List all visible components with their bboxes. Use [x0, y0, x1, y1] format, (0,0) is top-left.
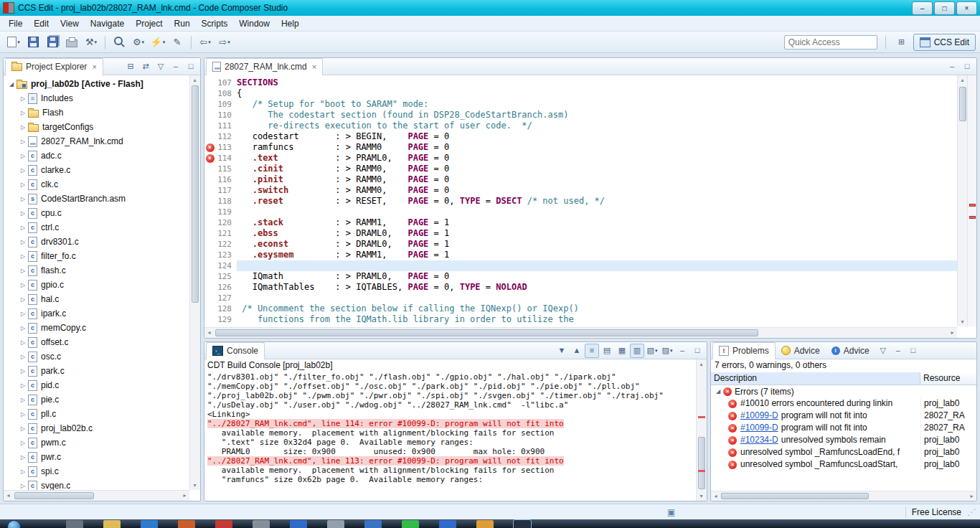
search-button[interactable]: [110, 34, 128, 50]
pin-console-button[interactable]: ▥: [630, 344, 644, 358]
editor-line[interactable]: 116 .pinit : > RAMM0, PAGE = 0: [204, 174, 957, 185]
menu-window[interactable]: Window: [233, 17, 275, 30]
taskbar-app-icon[interactable]: [253, 520, 270, 528]
console-vertical-scrollbar[interactable]: ▴ ▾: [696, 359, 707, 501]
print-button[interactable]: [62, 34, 81, 50]
start-button[interactable]: [7, 520, 21, 528]
expander-icon[interactable]: ▷: [18, 483, 28, 489]
editor-line[interactable]: 117 .switch : > RAMM0, PAGE = 0: [204, 185, 957, 196]
menu-scripts[interactable]: Scripts: [196, 17, 234, 30]
problem-row[interactable]: ×unresolved symbol _RamfuncsLoadStart,pr…: [711, 458, 976, 471]
overview-error-mark[interactable]: [969, 216, 976, 219]
tree-item-flash[interactable]: ▷Flash: [4, 105, 189, 120]
tree-item-park-c[interactable]: ▷cpark.c: [4, 364, 189, 378]
expander-icon[interactable]: ▷: [18, 153, 28, 159]
console-line[interactable]: "../28027_RAM_lnk.cmd", line 114: error …: [207, 419, 696, 428]
expander-icon[interactable]: ◢: [6, 81, 17, 88]
taskbar-app-icon[interactable]: [103, 520, 121, 528]
editor-line[interactable]: 109 /* Setup for "boot to SARAM" mode:: [204, 99, 957, 110]
menu-project[interactable]: Project: [130, 17, 168, 30]
editor-line[interactable]: 123 .esysmem : > RAMM1, PAGE = 1: [204, 250, 957, 260]
editor-line[interactable]: 121 .ebss : > DRAML0, PAGE = 1: [204, 228, 957, 239]
expander-icon[interactable]: ▷: [18, 411, 28, 418]
tree-item-proj-lab02b-c[interactable]: ▷cproj_lab02b.c: [4, 421, 189, 435]
explorer-horizontal-scrollbar[interactable]: ◂ ▸: [4, 490, 189, 501]
editor-line[interactable]: 118 .reset : > RESET, PAGE = 0, TYPE = D…: [204, 196, 957, 207]
tree-item-memcopy-c[interactable]: ▷cmemCopy.c: [4, 321, 189, 335]
expander-icon[interactable]: ▷: [18, 182, 28, 188]
minimize-view-button[interactable]: –: [675, 344, 689, 358]
menu-navigate[interactable]: Navigate: [85, 17, 130, 30]
tree-item-pwr-c[interactable]: ▷cpwr.c: [4, 450, 189, 464]
maximize-view-button[interactable]: □: [184, 60, 198, 74]
problems-group-row[interactable]: ◢×Errors (7 items): [711, 385, 976, 397]
taskbar-app-icon[interactable]: [439, 520, 456, 528]
expander-icon[interactable]: ▷: [18, 354, 28, 360]
editor-line[interactable]: 111 re-directs execution to the start of…: [204, 121, 957, 131]
tree-item-gpio-c[interactable]: ▷cgpio.c: [4, 278, 189, 292]
code-editor[interactable]: 107SECTIONS108{109 /* Setup for "boot to…: [204, 75, 957, 326]
expander-icon[interactable]: ▷: [18, 210, 28, 217]
menu-run[interactable]: Run: [169, 17, 196, 30]
tab-advice-2[interactable]: iAdvice: [826, 342, 875, 359]
expander-icon[interactable]: ▷: [18, 468, 28, 475]
connect-target-button[interactable]: ⚡▾: [149, 34, 167, 50]
editor-line[interactable]: 119: [204, 207, 957, 217]
menu-edit[interactable]: Edit: [28, 17, 55, 30]
expander-icon[interactable]: ◢: [713, 388, 723, 395]
tree-item-pwm-c[interactable]: ▷cpwm.c: [4, 435, 189, 450]
tree-item-osc-c[interactable]: ▷cosc.c: [4, 349, 189, 364]
debug-button[interactable]: ⚙▾: [129, 34, 148, 50]
save-button[interactable]: [24, 34, 42, 50]
error-code-link[interactable]: #10234-D: [740, 434, 778, 446]
tree-item-spi-c[interactable]: ▷cspi.c: [4, 464, 189, 478]
taskbar-app-icon[interactable]: [402, 520, 419, 528]
minimize-view-button[interactable]: –: [945, 60, 959, 74]
tree-item-ipark-c[interactable]: ▷cipark.c: [4, 306, 189, 321]
probe-button[interactable]: ✎: [168, 34, 187, 50]
expander-icon[interactable]: ▷: [18, 95, 28, 102]
open-console-button[interactable]: ▧▾: [645, 344, 659, 358]
console-indicator-icon[interactable]: ▣: [667, 507, 675, 517]
explorer-vertical-scrollbar[interactable]: ▴ ▾: [189, 75, 200, 490]
tree-item-cpu-c[interactable]: ▷ccpu.c: [4, 206, 189, 220]
taskbar-app-icon[interactable]: [364, 520, 382, 528]
new-file-button[interactable]: ▾: [4, 34, 23, 50]
taskbar-app-icon[interactable]: [476, 520, 494, 528]
minimize-view-button[interactable]: –: [169, 60, 183, 74]
tab-advice[interactable]: Advice: [776, 342, 826, 359]
editor-line[interactable]: 127: [204, 293, 957, 303]
expander-icon[interactable]: ▷: [18, 124, 28, 131]
minimize-button[interactable]: –: [912, 1, 933, 15]
overview-ruler[interactable]: [967, 75, 976, 326]
editor-line[interactable]: 124: [204, 260, 957, 271]
tree-item-svgen-c[interactable]: ▷csvgen.c: [4, 478, 189, 490]
tree-item-pll-c[interactable]: ▷cpll.c: [4, 407, 189, 421]
expander-icon[interactable]: ▷: [18, 138, 28, 145]
project-root[interactable]: ◢proj_lab02b [Active - Flash]: [4, 77, 189, 91]
display-selected-console-button[interactable]: ▨▾: [660, 344, 674, 358]
expander-icon[interactable]: ▷: [18, 425, 28, 432]
taskbar-app-icon[interactable]: [290, 520, 307, 528]
quick-access-input[interactable]: [784, 35, 877, 50]
expander-icon[interactable]: ▷: [18, 454, 28, 461]
word-wrap-button[interactable]: ▤: [600, 344, 614, 358]
editor-line[interactable]: 125 IQmath : > PRAML0, PAGE = 0: [204, 271, 957, 282]
editor-line[interactable]: 110 The codestart section (found in DSP2…: [204, 110, 957, 121]
expander-icon[interactable]: ▷: [18, 368, 28, 374]
problem-row[interactable]: ×#10234-Dunresolved symbols remainproj_l…: [711, 434, 976, 446]
expander-icon[interactable]: ▷: [18, 225, 28, 231]
tree-item-includes[interactable]: ▷≡Includes: [4, 91, 189, 105]
open-perspective-button[interactable]: ⊞: [895, 35, 909, 50]
expander-icon[interactable]: ▷: [18, 167, 28, 174]
editor-line[interactable]: 120 .stack : > RAMM1, PAGE = 1: [204, 217, 957, 228]
ccs-edit-perspective-button[interactable]: CCS Edit: [913, 34, 976, 51]
tree-item-28027-ram-lnk-cmd[interactable]: ▷28027_RAM_lnk.cmd: [4, 134, 189, 148]
problem-row[interactable]: ×#10099-Dprogram will not fit into28027_…: [711, 422, 976, 434]
clear-console-button[interactable]: ▦: [615, 344, 629, 358]
taskbar-app-icon[interactable]: [327, 520, 344, 528]
editor-line[interactable]: 122 .econst : > DRAML0, PAGE = 1: [204, 239, 957, 250]
editor-line[interactable]: 107SECTIONS: [204, 77, 957, 88]
editor-line[interactable]: 129 functions from the IQMath.lib librar…: [204, 314, 957, 325]
resize-grip[interactable]: ⋰: [967, 507, 976, 517]
